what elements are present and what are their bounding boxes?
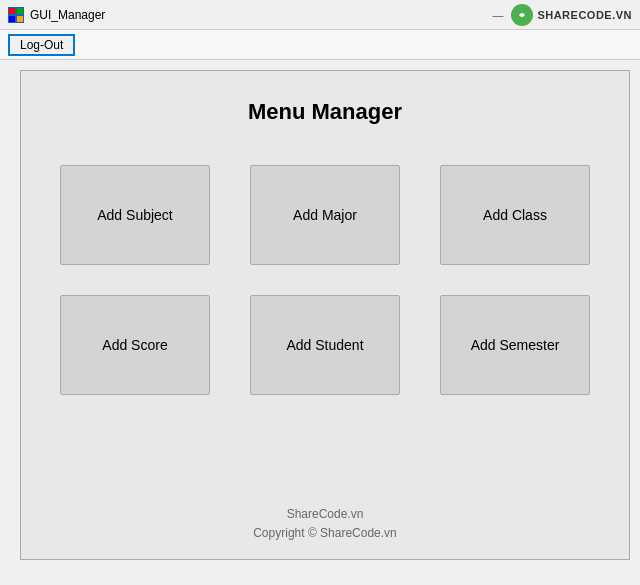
add-score-button[interactable]: Add Score bbox=[60, 295, 210, 395]
svg-rect-3 bbox=[17, 16, 23, 22]
logo-separator: — bbox=[492, 9, 503, 21]
svg-rect-1 bbox=[17, 8, 23, 14]
add-student-button[interactable]: Add Student bbox=[250, 295, 400, 395]
footer-line2: Copyright © ShareCode.vn bbox=[253, 524, 397, 543]
svg-rect-0 bbox=[9, 8, 15, 14]
add-class-button[interactable]: Add Class bbox=[440, 165, 590, 265]
footer-line1: ShareCode.vn bbox=[253, 505, 397, 524]
title-bar-left: GUI_Manager bbox=[8, 7, 105, 23]
logo-circle-icon bbox=[511, 4, 533, 26]
footer: ShareCode.vn Copyright © ShareCode.vn bbox=[253, 505, 397, 559]
logo-text: SHARECODE.VN bbox=[537, 9, 632, 21]
content-area: Menu Manager Add Subject Add Major Add C… bbox=[0, 60, 640, 585]
svg-rect-2 bbox=[9, 16, 15, 22]
logout-button[interactable]: Log-Out bbox=[8, 34, 75, 56]
page-title: Menu Manager bbox=[248, 99, 402, 125]
toolbar: Log-Out bbox=[0, 30, 640, 60]
add-semester-button[interactable]: Add Semester bbox=[440, 295, 590, 395]
title-bar-right: — SHARECODE.VN bbox=[492, 4, 632, 26]
add-major-button[interactable]: Add Major bbox=[250, 165, 400, 265]
button-grid: Add Subject Add Major Add Class Add Scor… bbox=[60, 165, 590, 395]
add-subject-button[interactable]: Add Subject bbox=[60, 165, 210, 265]
title-bar-title: GUI_Manager bbox=[30, 8, 105, 22]
app-icon bbox=[8, 7, 24, 23]
sharecode-logo: — SHARECODE.VN bbox=[492, 4, 632, 26]
main-window: Menu Manager Add Subject Add Major Add C… bbox=[20, 70, 630, 560]
title-bar: GUI_Manager — SHARECODE.VN bbox=[0, 0, 640, 30]
window-outer: GUI_Manager — SHARECODE.VN Log-Out Menu … bbox=[0, 0, 640, 585]
